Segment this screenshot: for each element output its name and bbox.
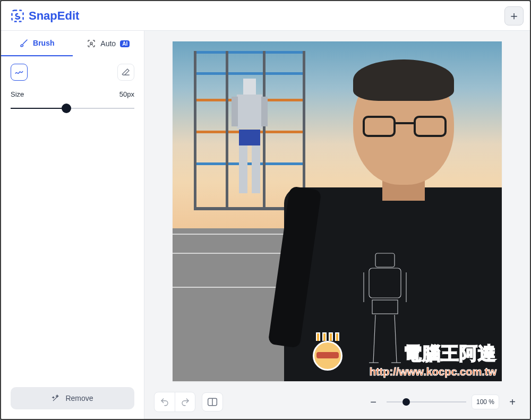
svg-rect-3 bbox=[237, 95, 262, 128]
canvas-panel: 電腦王阿達 http://www.kocpc.com.tw bbox=[144, 31, 530, 419]
svg-rect-6 bbox=[239, 130, 260, 145]
remove-button-label: Remove bbox=[65, 394, 93, 402]
svg-line-15 bbox=[395, 315, 397, 363]
svg-rect-9 bbox=[375, 253, 395, 267]
svg-rect-13 bbox=[372, 300, 398, 314]
undo-button[interactable] bbox=[155, 392, 175, 412]
canvas-robot bbox=[228, 79, 271, 201]
brush-size-slider-wrap bbox=[1, 101, 144, 126]
scribble-tool-button[interactable] bbox=[11, 64, 28, 81]
compare-icon bbox=[207, 397, 218, 407]
magic-wand-icon bbox=[52, 394, 60, 402]
brush-size-slider[interactable] bbox=[11, 101, 134, 115]
ai-badge: AI bbox=[120, 40, 130, 47]
scribble-icon bbox=[14, 67, 24, 77]
face-scan-icon bbox=[87, 39, 96, 48]
app-frame: SnapEdit ＋ Brush bbox=[0, 0, 531, 420]
zoom-level-label: 100 % bbox=[472, 395, 499, 409]
slider-track-fill bbox=[11, 108, 66, 109]
remove-button[interactable]: Remove bbox=[11, 387, 134, 409]
logo-icon bbox=[11, 9, 24, 23]
eraser-tool-button[interactable] bbox=[117, 64, 134, 81]
brush-icon bbox=[19, 38, 29, 48]
image-canvas[interactable]: 電腦王阿達 http://www.kocpc.com.tw bbox=[173, 41, 502, 381]
zoom-track bbox=[387, 401, 466, 402]
brush-size-row: Size 50px bbox=[1, 83, 144, 101]
watermark-mascot bbox=[313, 341, 342, 371]
tool-tabs: Brush Auto AI bbox=[1, 31, 144, 56]
svg-line-14 bbox=[373, 315, 375, 363]
tab-brush-label: Brush bbox=[33, 39, 54, 47]
plus-icon: ＋ bbox=[508, 8, 520, 24]
svg-point-1 bbox=[90, 42, 92, 44]
tab-brush[interactable]: Brush bbox=[1, 31, 73, 56]
app-logo[interactable]: SnapEdit bbox=[11, 9, 79, 23]
tab-auto-label: Auto bbox=[100, 39, 116, 48]
zoom-thumb[interactable] bbox=[402, 398, 410, 406]
slider-thumb[interactable] bbox=[62, 104, 71, 113]
left-spacer bbox=[1, 126, 144, 387]
zoom-slider[interactable] bbox=[387, 396, 466, 408]
zoom-controls: − 100 % + bbox=[365, 394, 520, 410]
size-value: 50px bbox=[119, 90, 134, 98]
main-split: Brush Auto AI bbox=[1, 31, 530, 419]
brush-tool-row bbox=[1, 56, 144, 83]
svg-rect-2 bbox=[243, 79, 256, 95]
compare-button[interactable] bbox=[202, 392, 223, 412]
size-label: Size bbox=[11, 90, 24, 98]
bottom-toolbar: − 100 % + bbox=[144, 385, 530, 419]
svg-rect-8 bbox=[252, 145, 260, 193]
zoom-out-button[interactable]: − bbox=[365, 394, 381, 410]
svg-rect-10 bbox=[369, 268, 401, 298]
canvas-wrap: 電腦王阿達 http://www.kocpc.com.tw bbox=[144, 31, 530, 385]
canvas-subject bbox=[273, 63, 502, 381]
svg-rect-5 bbox=[261, 97, 268, 126]
app-name: SnapEdit bbox=[29, 9, 79, 23]
undo-icon bbox=[160, 397, 169, 407]
redo-icon bbox=[181, 397, 190, 407]
zoom-in-button[interactable]: + bbox=[504, 394, 520, 410]
svg-rect-7 bbox=[239, 145, 247, 193]
redo-button[interactable] bbox=[175, 392, 195, 412]
add-image-button[interactable]: ＋ bbox=[504, 6, 524, 25]
topbar: SnapEdit ＋ bbox=[1, 1, 530, 31]
eraser-icon bbox=[121, 67, 131, 77]
svg-rect-4 bbox=[232, 97, 238, 126]
left-panel: Brush Auto AI bbox=[1, 31, 144, 419]
tab-auto[interactable]: Auto AI bbox=[73, 31, 144, 56]
minus-icon: − bbox=[370, 396, 376, 408]
history-group bbox=[154, 392, 195, 412]
plus-icon: + bbox=[509, 396, 516, 408]
